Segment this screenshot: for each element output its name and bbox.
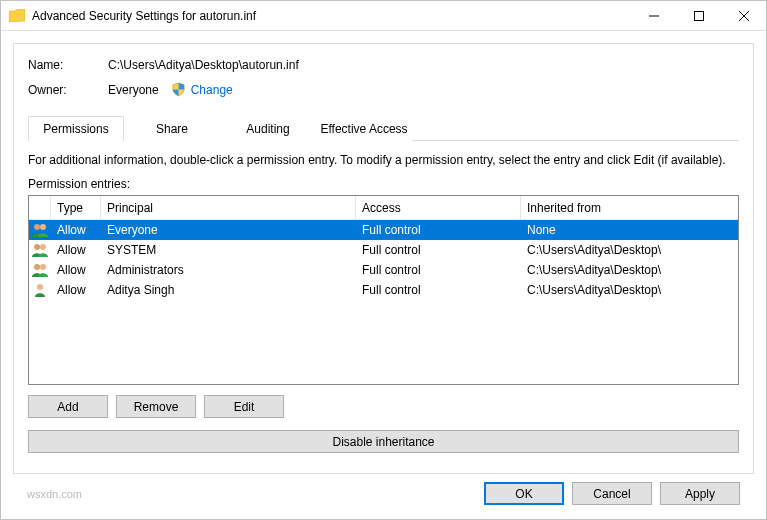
shield-icon	[171, 82, 186, 97]
col-icon[interactable]	[29, 196, 51, 219]
window-title: Advanced Security Settings for autorun.i…	[32, 9, 631, 23]
ok-button[interactable]: OK	[484, 482, 564, 505]
cell-inherited: C:\Users\Aditya\Desktop\	[521, 243, 738, 257]
disable-inheritance-button[interactable]: Disable inheritance	[28, 430, 739, 453]
add-button[interactable]: Add	[28, 395, 108, 418]
watermark: wsxdn.com	[27, 488, 476, 500]
col-principal[interactable]: Principal	[101, 196, 356, 219]
tab-permissions[interactable]: Permissions	[28, 116, 124, 141]
description-text: For additional information, double-click…	[28, 153, 739, 167]
name-row: Name: C:\Users\Aditya\Desktop\autorun.in…	[28, 58, 739, 72]
principal-icon	[29, 282, 51, 298]
cancel-button[interactable]: Cancel	[572, 482, 652, 505]
cell-type: Allow	[51, 263, 101, 277]
col-type[interactable]: Type	[51, 196, 101, 219]
principal-icon	[29, 262, 51, 278]
cell-principal: SYSTEM	[101, 243, 356, 257]
cell-inherited: C:\Users\Aditya\Desktop\	[521, 283, 738, 297]
disable-row: Disable inheritance	[28, 430, 739, 453]
cell-inherited: None	[521, 223, 738, 237]
footer: wsxdn.com OK Cancel Apply	[13, 474, 754, 515]
cell-type: Allow	[51, 223, 101, 237]
cell-access: Full control	[356, 263, 521, 277]
svg-point-6	[34, 244, 40, 250]
cell-type: Allow	[51, 243, 101, 257]
tabs: Permissions Share Auditing Effective Acc…	[28, 115, 739, 141]
tab-effective-access[interactable]: Effective Access	[316, 116, 412, 141]
folder-icon	[9, 9, 25, 22]
svg-point-7	[40, 244, 46, 250]
owner-label: Owner:	[28, 83, 108, 97]
cell-principal: Everyone	[101, 223, 356, 237]
owner-value: Everyone	[108, 83, 159, 97]
cell-access: Full control	[356, 243, 521, 257]
svg-point-9	[40, 264, 46, 270]
cell-access: Full control	[356, 283, 521, 297]
window: Advanced Security Settings for autorun.i…	[0, 0, 767, 520]
name-value: C:\Users\Aditya\Desktop\autorun.inf	[108, 58, 299, 72]
change-owner-link[interactable]: Change	[191, 83, 233, 97]
grid-header: Type Principal Access Inherited from	[29, 196, 738, 220]
entry-buttons: Add Remove Edit	[28, 395, 739, 418]
col-access[interactable]: Access	[356, 196, 521, 219]
name-label: Name:	[28, 58, 108, 72]
edit-button[interactable]: Edit	[204, 395, 284, 418]
tab-auditing[interactable]: Auditing	[220, 116, 316, 141]
close-button[interactable]	[721, 1, 766, 30]
permission-grid: Type Principal Access Inherited from All…	[28, 195, 739, 385]
svg-point-4	[34, 224, 40, 230]
cell-principal: Administrators	[101, 263, 356, 277]
svg-point-5	[40, 224, 46, 230]
svg-rect-1	[694, 11, 703, 20]
table-row[interactable]: AllowSYSTEMFull controlC:\Users\Aditya\D…	[29, 240, 738, 260]
svg-point-8	[34, 264, 40, 270]
remove-button[interactable]: Remove	[116, 395, 196, 418]
cell-inherited: C:\Users\Aditya\Desktop\	[521, 263, 738, 277]
titlebar: Advanced Security Settings for autorun.i…	[1, 1, 766, 31]
col-inherited[interactable]: Inherited from	[521, 196, 738, 219]
panel: Name: C:\Users\Aditya\Desktop\autorun.in…	[13, 43, 754, 474]
table-row[interactable]: AllowAditya SinghFull controlC:\Users\Ad…	[29, 280, 738, 300]
permission-entries-label: Permission entries:	[28, 177, 739, 191]
table-row[interactable]: AllowAdministratorsFull controlC:\Users\…	[29, 260, 738, 280]
cell-type: Allow	[51, 283, 101, 297]
table-row[interactable]: AllowEveryoneFull controlNone	[29, 220, 738, 240]
principal-icon	[29, 222, 51, 238]
apply-button[interactable]: Apply	[660, 482, 740, 505]
content: Name: C:\Users\Aditya\Desktop\autorun.in…	[1, 31, 766, 519]
minimize-button[interactable]	[631, 1, 676, 30]
tab-share[interactable]: Share	[124, 116, 220, 141]
owner-row: Owner: Everyone Change	[28, 82, 739, 97]
principal-icon	[29, 242, 51, 258]
cell-principal: Aditya Singh	[101, 283, 356, 297]
maximize-button[interactable]	[676, 1, 721, 30]
cell-access: Full control	[356, 223, 521, 237]
svg-point-10	[37, 284, 43, 290]
